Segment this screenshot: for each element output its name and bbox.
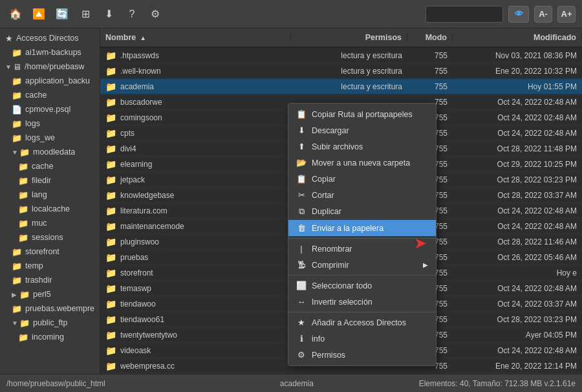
sidebar-item-application-backup[interactable]: 📁application_backu: [0, 74, 100, 88]
sidebar-item-pruebas-webempre[interactable]: 📁pruebas.webempre: [0, 301, 100, 316]
search-input[interactable]: [426, 6, 503, 23]
file-name-cell: 📁twentytwentytwo: [100, 330, 291, 340]
sidebar-item-label: localcache: [32, 204, 70, 213]
grid-icon[interactable]: ⊞: [76, 5, 94, 23]
sidebar-item-incoming[interactable]: 📁incoming: [0, 330, 100, 344]
sidebar-item-cache2[interactable]: 📁cache: [0, 159, 100, 173]
menu-item-add-bookmark[interactable]: ★Añadir a Accesos Directos: [288, 314, 436, 331]
file-name: tiendawoo: [120, 299, 156, 309]
sidebar-item-cpmove-psql[interactable]: 📄cpmove.psql: [0, 102, 100, 116]
sidebar-item-cache[interactable]: 📁cache: [0, 88, 100, 102]
menu-item-duplicate[interactable]: ⧉Duplicar: [288, 203, 436, 220]
file-modified-cell: Oct 24, 2022 02:48 AM: [453, 98, 582, 107]
menu-item-icon: 📋: [296, 109, 307, 119]
file-name: webempresa.cc: [120, 362, 175, 371]
sidebar-item-label: sessions: [32, 233, 63, 242]
folder-icon: 📁: [18, 233, 28, 243]
sidebar-item-muc[interactable]: 📁muc: [0, 216, 100, 230]
sidebar-item-label: /home/pruebasw: [25, 62, 84, 71]
sidebar-item-perl5[interactable]: ▶📁perl5: [0, 287, 100, 301]
file-modified-cell: Oct 24, 2022 02:48 AM: [453, 284, 582, 293]
menu-item-upload[interactable]: ⬆Subir archivos: [288, 138, 436, 155]
sidebar-item-logs-we[interactable]: 📁logs_we: [0, 131, 100, 145]
menu-item-icon: ✂: [296, 190, 307, 200]
sidebar-item-trashdir[interactable]: 📁trashdir: [0, 273, 100, 287]
folder-icon: 📁: [105, 128, 116, 138]
file-modified-cell: Oct 24, 2022 02:48 AM: [453, 346, 582, 355]
file-modified-cell: Oct 26, 2022 05:46 AM: [453, 253, 582, 262]
help-icon[interactable]: ?: [123, 5, 141, 23]
font-increase-button[interactable]: A+: [557, 6, 576, 23]
file-name-cell: 📁.htpasswds: [100, 50, 291, 61]
statusbar-info: Elementos: 40, Tamaño: 712.38 MB v.2.1.6…: [419, 379, 576, 388]
folder-icon: 📁: [12, 133, 22, 143]
menu-item-info[interactable]: ℹinfo: [288, 331, 436, 347]
sidebar-item-accesos-directos[interactable]: ★Accesos Directos: [0, 31, 100, 45]
sidebar-item-logs[interactable]: 📁logs: [0, 116, 100, 131]
sidebar-item-ai1wm-backups[interactable]: 📁ai1wm-backups: [0, 45, 100, 60]
menu-item-cut[interactable]: ✂Cortar: [288, 187, 436, 203]
menu-item-perms[interactable]: ⚙Permisos: [288, 347, 436, 363]
folder-icon: 📁: [105, 190, 116, 201]
red-arrow: ➤: [414, 234, 427, 252]
menu-item-copy-path[interactable]: 📋Copiar Ruta al portapapeles: [288, 106, 436, 122]
menu-item-select-all[interactable]: ⬜Seleccionar todo: [288, 278, 436, 294]
sidebar-item-moodledata[interactable]: ▼📁moodledata: [0, 145, 100, 159]
table-row[interactable]: 📁.well-knownlectura y escritura755Ene 20…: [100, 63, 582, 79]
menu-item-download[interactable]: ⬇Descargar: [288, 122, 436, 138]
file-name-cell: 📁pruebas: [100, 252, 291, 263]
sidebar-item-label: trashdir: [25, 276, 52, 285]
file-name: literatura.com: [120, 206, 167, 215]
file-modified-cell: Oct 24, 2022 02:48 AM: [453, 113, 582, 122]
folder-icon: 📁: [12, 91, 22, 100]
folder-icon: 📁: [19, 290, 30, 299]
menu-item-icon: ⬆: [296, 142, 307, 151]
sidebar-item-localcache[interactable]: 📁localcache: [0, 202, 100, 216]
table-row[interactable]: 📁.htpasswdslectura y escritura755Nov 03,…: [100, 48, 582, 63]
sidebar-item-storefront[interactable]: 📁storefront: [0, 245, 100, 259]
file-perms-cell: lectura y escritura: [291, 82, 407, 91]
font-decrease-button[interactable]: A-: [534, 6, 552, 23]
menu-item-label: Enviar a la papelera: [312, 224, 383, 233]
up-icon[interactable]: 🔼: [30, 5, 48, 23]
file-mode-cell: 755: [407, 82, 453, 91]
refresh-icon[interactable]: 🔄: [53, 5, 71, 23]
file-modified-cell: Oct 28, 2022 11:48 PM: [453, 144, 582, 153]
sidebar-item-public-ftp[interactable]: ▼📁public_ftp: [0, 316, 100, 330]
file-name-cell: 📁cpts: [100, 128, 291, 138]
file-name: comingsoon: [120, 113, 162, 122]
sidebar-item-filedir[interactable]: 📁filedir: [0, 173, 100, 188]
menu-item-invert[interactable]: ↔Invertir selección: [288, 294, 436, 310]
accessibility-button[interactable]: 👁: [508, 6, 529, 23]
sidebar-item-temp[interactable]: 📁temp: [0, 259, 100, 273]
file-name: knowledgebase: [120, 191, 174, 200]
download-icon[interactable]: ⬇: [100, 5, 118, 23]
sidebar-item-label: ai1wm-backups: [25, 48, 81, 57]
file-modified-cell: Oct 28, 2022 11:46 AM: [453, 237, 582, 246]
sidebar-item-lang[interactable]: 📁lang: [0, 188, 100, 202]
toolbar: 🏠 🔼 🔄 ⊞ ⬇ ? ⚙ 👁 A- A+: [0, 0, 582, 28]
sidebar-item-home-pruebasw[interactable]: ▼🖥/home/pruebasw: [0, 60, 100, 74]
file-name: storefront: [120, 268, 153, 278]
menu-item-copy[interactable]: 📋Copiar: [288, 171, 436, 187]
header-mode: Modo: [407, 33, 453, 42]
menu-item-compress[interactable]: 🗜Comprimir▶: [288, 257, 436, 273]
sidebar-item-label: storefront: [25, 247, 59, 256]
folder-icon: 📁: [105, 299, 116, 309]
menu-item-icon: ℹ: [296, 334, 307, 343]
file-modified-cell: Oct 28, 2022 03:23 PM: [453, 315, 582, 324]
menu-item-icon: ↔: [296, 297, 307, 307]
file-name: maintenancemode: [120, 222, 184, 231]
submenu-arrow-icon: ▶: [423, 261, 428, 268]
menu-item-label: Añadir a Accesos Directos: [312, 318, 406, 327]
sidebar-item-label: muc: [32, 219, 47, 228]
settings-icon[interactable]: ⚙: [146, 5, 164, 23]
menu-item-icon: ⬇: [296, 125, 307, 135]
menu-item-label: Invertir selección: [312, 298, 372, 307]
home-icon[interactable]: 🏠: [6, 5, 25, 23]
table-row[interactable]: 📁academialectura y escritura755Hoy 01:55…: [100, 79, 582, 94]
sidebar-item-sessions[interactable]: 📁sessions: [0, 230, 100, 245]
file-name: academia: [120, 82, 154, 91]
menu-item-move[interactable]: 📂Mover a una nueva carpeta: [288, 155, 436, 171]
folder-icon: 📁: [105, 283, 116, 294]
